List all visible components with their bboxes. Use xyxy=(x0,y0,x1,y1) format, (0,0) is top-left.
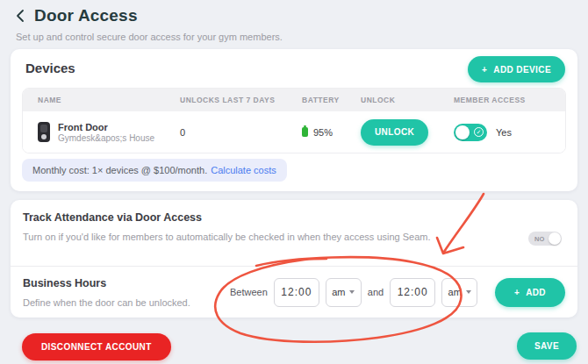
end-meridiem-select[interactable]: am xyxy=(441,278,477,307)
device-name: Front Door xyxy=(58,121,154,133)
between-label: Between xyxy=(230,287,268,297)
col-header-name: NAME xyxy=(38,96,180,104)
check-icon: ✓ xyxy=(474,127,484,137)
col-header-member-access: MEMBER ACCESS xyxy=(454,96,557,104)
business-hours-section: Business Hours Define when the door can … xyxy=(11,267,577,318)
track-attendance-title: Track Attendance via Door Access xyxy=(23,211,563,224)
business-hours-controls: Between am and am xyxy=(230,278,477,307)
page-title: Door Access xyxy=(34,6,138,25)
unlock-button[interactable]: UNLOCK xyxy=(361,119,428,146)
start-meridiem-value: am xyxy=(332,287,345,297)
door-access-page: Door Access Set up and control secure do… xyxy=(0,0,588,364)
add-hours-label: ADD xyxy=(526,288,546,297)
start-meridiem-select[interactable]: am xyxy=(326,278,362,307)
col-header-unlocks: UNLOCKS LAST 7 DAYS xyxy=(180,96,302,104)
devices-card: Devices + ADD DEVICE NAME UNLOCKS LAST 7… xyxy=(11,49,577,191)
unlocks-count: 0 xyxy=(180,127,302,138)
kebab-menu-icon[interactable]: ⋮ xyxy=(557,125,566,139)
member-access-value: Yes xyxy=(496,127,512,138)
monthly-cost-banner: Monthly cost: 1× devices @ $100/month. C… xyxy=(22,159,287,182)
page-subtitle: Set up and control secure door access fo… xyxy=(16,32,283,42)
smart-lock-icon xyxy=(38,122,50,142)
battery-value: 95% xyxy=(313,127,333,138)
toggle-knob xyxy=(549,232,561,245)
track-attendance-section: Track Attendance via Door Access Turn on… xyxy=(11,200,577,266)
add-device-button[interactable]: + ADD DEVICE xyxy=(468,56,565,82)
plus-icon: + xyxy=(514,288,520,297)
add-device-label: ADD DEVICE xyxy=(493,65,551,75)
page-header: Door Access Set up and control secure do… xyxy=(16,6,283,42)
calculate-costs-link[interactable]: Calculate costs xyxy=(211,165,276,175)
end-time-input[interactable] xyxy=(390,278,435,307)
devices-table-header: NAME UNLOCKS LAST 7 DAYS BATTERY UNLOCK … xyxy=(23,89,565,111)
disconnect-account-button[interactable]: DISCONNECT ACCOUNT xyxy=(22,333,171,360)
member-access-toggle[interactable]: ✓ xyxy=(454,124,487,141)
save-button[interactable]: SAVE xyxy=(517,332,577,360)
track-attendance-toggle[interactable]: NO xyxy=(528,232,562,246)
chevron-down-icon xyxy=(466,290,471,294)
track-attendance-description: Turn on if you'd like for members to aut… xyxy=(23,232,563,242)
col-header-battery: BATTERY xyxy=(302,96,361,104)
settings-card: Track Attendance via Door Access Turn on… xyxy=(11,200,577,318)
back-chevron-icon[interactable] xyxy=(16,9,26,23)
monthly-cost-text: Monthly cost: 1× devices @ $100/month. xyxy=(32,165,207,175)
devices-card-title: Devices xyxy=(25,61,75,75)
add-hours-button[interactable]: + ADD xyxy=(495,278,565,307)
col-header-unlock: UNLOCK xyxy=(361,96,454,104)
business-hours-description: Define when the door can be unlocked. xyxy=(23,297,230,308)
battery-icon xyxy=(302,127,308,137)
chevron-down-icon xyxy=(349,290,355,294)
start-time-input[interactable] xyxy=(274,278,319,307)
device-row: Front Door Gymdesk&apos;s House 0 95% UN… xyxy=(23,111,565,153)
end-meridiem-value: am xyxy=(448,287,462,297)
business-hours-title: Business Hours xyxy=(23,277,230,289)
plus-icon: + xyxy=(482,65,487,75)
device-location: Gymdesk&apos;s House xyxy=(58,133,154,143)
and-label: and xyxy=(368,287,384,297)
toggle-knob xyxy=(455,125,470,139)
toggle-no-label: NO xyxy=(534,235,544,243)
devices-table: NAME UNLOCKS LAST 7 DAYS BATTERY UNLOCK … xyxy=(22,88,566,153)
